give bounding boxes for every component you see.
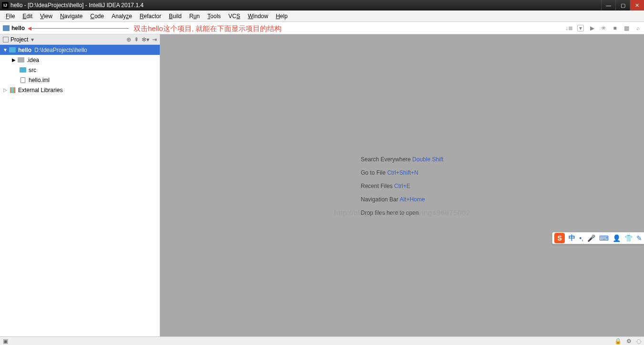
tip-search-shortcut: Double Shift bbox=[412, 156, 443, 163]
menu-vcs[interactable]: VCS bbox=[225, 12, 244, 21]
chevron-right-icon[interactable]: ▶ bbox=[10, 57, 17, 63]
title-bar: IJ hello - [D:\IdeaProjects\hello] - Int… bbox=[0, 0, 644, 10]
debug-icon[interactable]: ✳ bbox=[600, 25, 607, 31]
settings-icon[interactable]: ✻▾ bbox=[142, 36, 149, 43]
module-icon bbox=[9, 47, 16, 52]
tip-gotofile-shortcut: Ctrl+Shift+N bbox=[387, 169, 418, 176]
menu-edit[interactable]: Edit bbox=[19, 12, 36, 21]
app-icon: IJ bbox=[2, 2, 9, 9]
project-tree: ▼ hello D:\IdeaProjects\hello ▶ .idea sr… bbox=[0, 45, 160, 336]
tree-root[interactable]: ▼ hello D:\IdeaProjects\hello bbox=[0, 45, 160, 55]
ime-lang[interactable]: 中 bbox=[569, 234, 575, 242]
tree-src-label: src bbox=[29, 67, 36, 73]
chevron-right-icon[interactable]: ▷ bbox=[2, 87, 9, 93]
tree-idea[interactable]: ▶ .idea bbox=[0, 55, 160, 65]
chevron-down-icon[interactable]: ▼ bbox=[2, 47, 9, 52]
tree-idea-label: .idea bbox=[27, 57, 39, 63]
menu-refactor[interactable]: Refactor bbox=[136, 12, 165, 21]
annotation-arrow bbox=[29, 28, 129, 29]
menu-file[interactable]: File bbox=[2, 12, 19, 21]
folder-icon bbox=[18, 57, 24, 63]
libraries-icon bbox=[10, 87, 15, 93]
breadcrumb-project: hello bbox=[11, 25, 25, 31]
tree-iml-label: hello.iml bbox=[29, 77, 50, 84]
collapse-all-icon[interactable]: ⇞ bbox=[134, 36, 139, 43]
menu-view[interactable]: View bbox=[36, 12, 56, 21]
close-button[interactable]: ✕ bbox=[630, 0, 644, 10]
menu-help[interactable]: Help bbox=[272, 12, 291, 21]
iml-file-icon bbox=[21, 77, 25, 83]
run-icon[interactable]: ▶ bbox=[589, 25, 595, 31]
status-toolwindows-icon[interactable]: ▣ bbox=[3, 338, 8, 345]
menu-build[interactable]: Build bbox=[165, 12, 186, 21]
minimize-button[interactable]: — bbox=[601, 0, 615, 10]
ime-punct-icon[interactable]: •, bbox=[579, 234, 583, 242]
editor-empty-area[interactable]: Search Everywhere Double Shift Go to Fil… bbox=[160, 34, 644, 336]
locate-icon[interactable]: ⊕ bbox=[126, 36, 131, 43]
menu-bar: File Edit View Navigate Code Analyze Ref… bbox=[0, 10, 644, 22]
stop-icon[interactable]: ■ bbox=[612, 25, 618, 31]
tip-gotofile-label: Go to File bbox=[361, 169, 387, 176]
breadcrumb[interactable]: hello bbox=[3, 25, 25, 31]
menu-run[interactable]: Run bbox=[186, 12, 204, 21]
tip-recent-shortcut: Ctrl+E bbox=[394, 183, 410, 189]
hide-icon[interactable]: ⇥ bbox=[152, 36, 157, 43]
status-process-icon[interactable]: ⚙ bbox=[626, 338, 632, 345]
tip-navbar-shortcut: Alt+Home bbox=[400, 196, 425, 203]
status-lock-icon[interactable]: 🔒 bbox=[614, 338, 622, 345]
menu-window[interactable]: Window bbox=[244, 12, 272, 21]
watermark-text: http://blog.csdn.net/yangying496875002 bbox=[334, 209, 470, 217]
project-tool-header: Project ▾ ⊕ ⇞ ✻▾ ⇥ bbox=[0, 34, 160, 45]
tree-root-name: hello bbox=[18, 47, 31, 53]
annotation-text: 双击hello这个项目, 就能在下面显示项目的结构 bbox=[134, 24, 281, 33]
project-tool-title[interactable]: Project bbox=[10, 36, 28, 43]
search-icon[interactable]: ⌕ bbox=[634, 25, 641, 31]
ime-keyboard-icon[interactable]: ⌨ bbox=[599, 234, 609, 242]
ime-skin-icon[interactable]: 👕 bbox=[624, 234, 633, 242]
ime-user-icon[interactable]: 👤 bbox=[613, 234, 621, 242]
run-config-dropdown[interactable]: ▾ bbox=[577, 25, 584, 31]
project-tool-window: Project ▾ ⊕ ⇞ ✻▾ ⇥ ▼ hello D:\IdeaProjec… bbox=[0, 34, 160, 336]
tree-iml[interactable]: hello.iml bbox=[0, 75, 160, 85]
ime-toolbar[interactable]: S 中 •, 🎤 ⌨ 👤 👕 ✎ bbox=[552, 232, 644, 244]
menu-analyze[interactable]: Analyze bbox=[108, 12, 136, 21]
tip-search-label: Search Everywhere bbox=[361, 156, 412, 163]
source-folder-icon bbox=[20, 67, 26, 73]
tip-navbar-label: Navigation Bar bbox=[361, 196, 399, 203]
status-notif-icon[interactable]: ◌ bbox=[636, 338, 641, 345]
maximize-button[interactable]: ▢ bbox=[615, 0, 630, 10]
project-view-dropdown-icon[interactable]: ▾ bbox=[31, 36, 34, 43]
ime-mic-icon[interactable]: 🎤 bbox=[587, 234, 595, 242]
ime-tool-icon[interactable]: ✎ bbox=[636, 234, 642, 242]
tip-recent-label: Recent Files bbox=[361, 183, 394, 189]
menu-tools[interactable]: Tools bbox=[204, 12, 225, 21]
sogou-logo-icon[interactable]: S bbox=[554, 233, 565, 243]
window-title: hello - [D:\IdeaProjects\hello] - Intell… bbox=[10, 2, 601, 9]
folder-icon bbox=[3, 25, 10, 31]
menu-code[interactable]: Code bbox=[86, 12, 108, 21]
tree-external-libraries[interactable]: ▷ External Libraries bbox=[0, 85, 160, 95]
status-bar: ▣ 🔒 ⚙ ◌ bbox=[0, 336, 644, 345]
project-view-icon[interactable] bbox=[3, 37, 9, 42]
menu-navigate[interactable]: Navigate bbox=[56, 12, 86, 21]
layout-icon[interactable]: ▦ bbox=[623, 25, 630, 31]
make-project-icon[interactable]: ↓≣ bbox=[566, 25, 572, 31]
navigation-bar: hello 双击hello这个项目, 就能在下面显示项目的结构 ↓≣ ▾ ▶ ✳… bbox=[0, 22, 644, 34]
tree-src[interactable]: src bbox=[0, 65, 160, 75]
tree-root-path: D:\IdeaProjects\hello bbox=[34, 47, 87, 53]
tree-ext-label: External Libraries bbox=[18, 87, 62, 94]
